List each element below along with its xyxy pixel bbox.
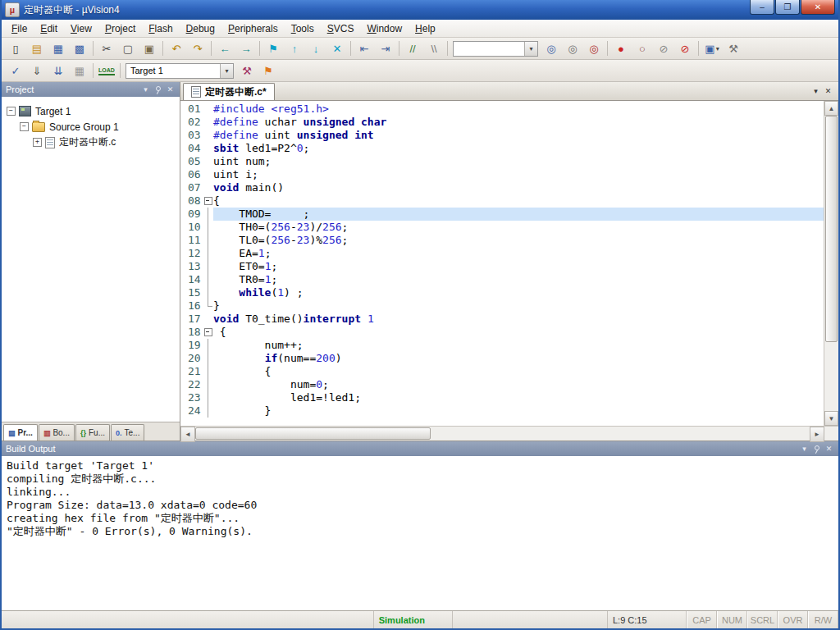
output-close-icon[interactable]: ✕ (824, 444, 834, 454)
target-combo[interactable]: Target 1▾ (126, 63, 234, 79)
target-combo-dropdown-icon[interactable]: ▾ (220, 64, 233, 78)
navigate-forward-icon[interactable]: → (236, 39, 256, 57)
horizontal-scroll-thumb[interactable] (195, 427, 431, 440)
bookmark-clear-icon[interactable]: ✕ (327, 39, 347, 57)
code-line[interactable]: 15 while(1) ; (180, 286, 824, 299)
options-target-icon[interactable]: ⚒ (237, 62, 257, 80)
vertical-scrollbar[interactable]: ▲ ▼ (824, 101, 838, 426)
minimize-button[interactable]: – (750, 0, 774, 15)
incremental-find-icon[interactable]: ◎ (584, 39, 604, 57)
panel-tab-functions[interactable]: {}Fu... (75, 424, 110, 441)
editor-tab[interactable]: 定时器中断.c* (183, 83, 275, 100)
code-line[interactable]: 22 num=0; (180, 378, 824, 391)
fold-marker[interactable] (203, 194, 213, 208)
code-line[interactable]: 19 num++; (180, 339, 824, 352)
close-button[interactable]: ✕ (801, 0, 835, 15)
code-line[interactable]: 14 TR0=1; (180, 273, 824, 286)
open-folder-icon[interactable]: ▤ (27, 39, 47, 57)
code-line[interactable]: 13 ET0=1; (180, 260, 824, 273)
code-line[interactable]: 06uint i; (180, 168, 824, 181)
tree-item-file[interactable]: +定时器中断.c (2, 135, 180, 150)
breakpoint-disable-all-icon[interactable]: ⊘ (654, 39, 673, 57)
code-line[interactable]: 10 TH0=(256-23)/256; (180, 221, 824, 234)
code-line[interactable]: 20 if(num==200) (180, 352, 824, 365)
new-file-icon[interactable]: ▯ (6, 39, 25, 57)
code-line[interactable]: 24 } (180, 404, 824, 418)
indent-icon[interactable]: ⇥ (376, 39, 395, 57)
menu-file[interactable]: File (5, 21, 34, 36)
tree-item-target[interactable]: −Target 1 (2, 103, 180, 119)
panel-dropdown-icon[interactable]: ▾ (140, 84, 151, 95)
menu-tools[interactable]: Tools (285, 21, 321, 36)
code-line[interactable]: 23 led1=!led1; (180, 391, 824, 404)
menu-view[interactable]: View (64, 21, 98, 36)
search-input[interactable] (454, 43, 524, 53)
scroll-up-icon[interactable]: ▲ (824, 101, 838, 116)
search-combo-dropdown-icon[interactable]: ▾ (524, 42, 537, 56)
code-line[interactable]: 21 { (180, 365, 824, 378)
panel-tab-books[interactable]: ▥Bo... (39, 424, 75, 441)
redo-icon[interactable]: ↷ (188, 39, 208, 57)
code-editor[interactable]: 01#include <reg51.h>02#define uchar unsi… (180, 101, 824, 426)
scroll-right-icon[interactable]: ► (810, 427, 824, 442)
output-dropdown-icon[interactable]: ▾ (799, 444, 810, 454)
copy-icon[interactable]: ▢ (118, 39, 138, 57)
panel-tab-project[interactable]: ▤Pr... (3, 424, 38, 441)
breakpoint-enable-icon[interactable]: ○ (632, 39, 652, 57)
menu-edit[interactable]: Edit (34, 21, 64, 36)
code-line[interactable]: 05uint num; (180, 155, 824, 168)
uncomment-icon[interactable]: \\ (424, 39, 444, 57)
code-line[interactable]: 16} (180, 299, 824, 313)
restore-button[interactable]: ❐ (775, 0, 800, 15)
file-extensions-icon[interactable]: ⚑ (258, 62, 278, 80)
bookmark-prev-icon[interactable]: ↑ (285, 39, 304, 57)
menu-svcs[interactable]: SVCS (321, 21, 361, 36)
menu-project[interactable]: Project (98, 21, 142, 36)
vertical-scroll-track[interactable] (824, 116, 838, 411)
find-in-files-icon[interactable]: ◎ (541, 39, 561, 57)
pin-icon[interactable] (153, 84, 163, 95)
tab-close-icon[interactable]: ✕ (822, 84, 834, 97)
undo-icon[interactable]: ↶ (167, 39, 186, 57)
navigate-back-icon[interactable]: ← (215, 39, 235, 57)
code-line[interactable]: 08{ (180, 194, 824, 208)
translate-file-icon[interactable]: ✓ (6, 62, 25, 80)
unindent-icon[interactable]: ⇤ (354, 39, 374, 57)
menu-flash[interactable]: Flash (142, 21, 179, 36)
code-line[interactable]: 02#define uchar unsigned char (180, 116, 824, 129)
scroll-left-icon[interactable]: ◄ (180, 427, 195, 442)
tree-expander-icon[interactable]: − (20, 122, 29, 131)
code-line[interactable]: 18 { (180, 326, 824, 339)
bookmark-toggle-icon[interactable]: ⚑ (263, 39, 283, 57)
search-combo[interactable]: ▾ (453, 41, 538, 57)
code-line[interactable]: 09 TMOD= ; (180, 208, 824, 221)
code-line[interactable]: 07void main() (180, 181, 824, 194)
tab-list-dropdown-icon[interactable]: ▾ (810, 84, 822, 97)
build-icon[interactable]: ⇓ (27, 62, 47, 80)
code-line[interactable]: 03#define uint unsigned int (180, 129, 824, 142)
tree-expander-icon[interactable]: − (7, 107, 16, 116)
menu-debug[interactable]: Debug (180, 21, 221, 36)
code-line[interactable]: 17void T0_time()interrupt 1 (180, 313, 824, 326)
rebuild-icon[interactable]: ⇊ (48, 62, 68, 80)
build-output-content[interactable]: Build target 'Target 1'compiling 定时器中断.c… (2, 456, 838, 610)
code-line[interactable]: 01#include <reg51.h> (180, 103, 824, 116)
tree-item-source-group[interactable]: −Source Group 1 (2, 119, 180, 135)
fold-marker[interactable] (203, 326, 213, 339)
bookmark-next-icon[interactable]: ↓ (306, 39, 326, 57)
panel-tab-templates[interactable]: 0.Te... (111, 424, 144, 441)
tree-expander-icon[interactable]: + (33, 138, 42, 147)
menu-help[interactable]: Help (409, 21, 442, 36)
load-icon[interactable]: LOAD (97, 62, 116, 80)
scroll-down-icon[interactable]: ▼ (824, 411, 838, 426)
save-icon[interactable]: ▦ (48, 39, 68, 57)
menu-peripherals[interactable]: Peripherals (221, 21, 285, 36)
code-line[interactable]: 04sbit led1=P2^0; (180, 142, 824, 155)
window-list-icon[interactable]: ▣▾ (702, 39, 722, 57)
save-all-icon[interactable]: ▩ (70, 39, 89, 57)
horizontal-scroll-track[interactable] (195, 427, 810, 441)
breakpoint-icon[interactable]: ● (611, 39, 631, 57)
menu-window[interactable]: Window (360, 21, 409, 36)
horizontal-scrollbar[interactable]: ◄ ► (180, 426, 838, 441)
comment-icon[interactable]: // (403, 39, 422, 57)
